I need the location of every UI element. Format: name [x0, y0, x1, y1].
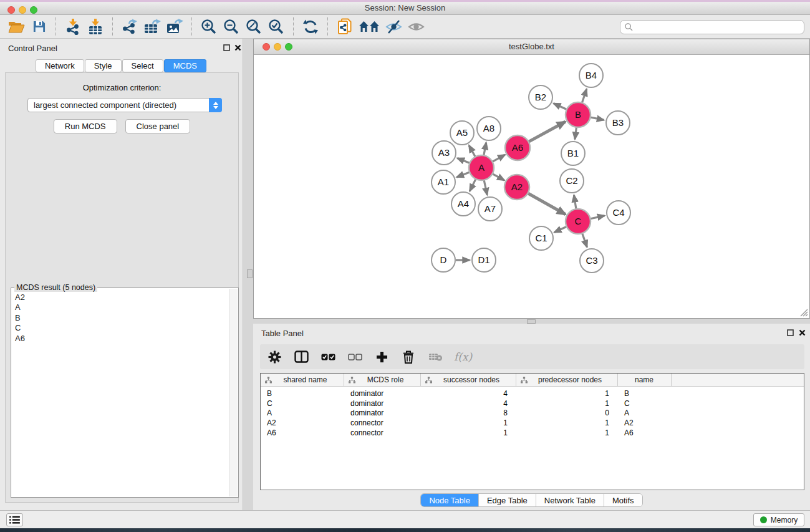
network-zoom-button[interactable] [285, 43, 292, 51]
zoom-out-button[interactable] [220, 17, 243, 37]
mcds-result-item[interactable]: A [15, 302, 228, 312]
mcds-result-item[interactable]: C [15, 323, 228, 333]
graph-edge[interactable] [484, 143, 486, 156]
zoom-selected-button[interactable] [265, 17, 287, 37]
zoom-fit-button[interactable] [243, 17, 265, 37]
table-cell: 1 [421, 428, 516, 437]
graph-edge[interactable] [457, 158, 470, 163]
delete-column-button[interactable] [400, 348, 417, 365]
graph-edge[interactable] [582, 89, 586, 103]
table-header: shared name MCDS role successor nodes pr… [261, 374, 804, 387]
graph-edge[interactable] [554, 104, 567, 110]
mcds-result-list[interactable]: A2 A B C A6 [12, 290, 228, 496]
export-network-icon [122, 19, 138, 35]
graph-edge[interactable] [529, 122, 566, 142]
close-panel-icon[interactable] [799, 329, 806, 336]
close-window-button[interactable] [7, 6, 15, 14]
graph-edge[interactable] [591, 117, 604, 120]
float-panel-icon[interactable] [223, 44, 230, 51]
tab-motifs[interactable]: Motifs [604, 494, 642, 506]
show-task-history-button[interactable] [6, 513, 23, 526]
network-graph[interactable]: AA1A2A3A4A5A6A7A8BB1B2B3B4CC1C2C3C4DD1 [254, 55, 809, 318]
column-header-successor-nodes[interactable]: successor nodes [421, 374, 516, 386]
graph-edge[interactable] [493, 155, 505, 162]
column-header-predecessor-nodes[interactable]: predecessor nodes [516, 374, 618, 386]
gear-icon [268, 351, 281, 364]
column-header-name[interactable]: name [618, 374, 672, 386]
duplicate-network-button[interactable] [334, 17, 356, 37]
hide-selected-button[interactable] [382, 17, 405, 37]
mcds-result-item[interactable]: A2 [15, 293, 228, 302]
graph-edge[interactable] [528, 193, 566, 215]
graph-edge[interactable] [591, 216, 605, 219]
function-builder-button[interactable]: f(x) [454, 351, 472, 363]
table-settings-button[interactable] [266, 348, 282, 365]
mcds-result-item[interactable]: A6 [15, 334, 228, 344]
graph-node-label: A8 [483, 123, 494, 133]
tab-network[interactable]: Network [36, 59, 84, 72]
zoom-in-button[interactable] [198, 17, 220, 37]
graph-edge[interactable] [457, 172, 470, 177]
refresh-button[interactable] [299, 17, 322, 37]
table-row[interactable]: Adominator80A [261, 408, 804, 418]
mcds-result-item[interactable]: B [15, 313, 228, 323]
criterion-dropdown[interactable]: largest connected component (directed) [27, 98, 222, 112]
tab-style[interactable]: Style [85, 59, 122, 72]
import-table-button[interactable] [84, 17, 107, 37]
graph-edge[interactable] [582, 233, 587, 247]
open-session-button[interactable] [5, 17, 27, 37]
graph-node-label: A4 [458, 198, 469, 209]
export-table-button[interactable] [141, 17, 163, 37]
search-field[interactable] [620, 20, 804, 34]
tab-edge-table[interactable]: Edge Table [479, 494, 536, 506]
table-row[interactable]: A2connector11A2 [261, 418, 804, 428]
import-network-button[interactable] [62, 17, 84, 37]
resize-grip-icon[interactable] [798, 308, 808, 317]
tab-mcds[interactable]: MCDS [164, 59, 206, 72]
run-mcds-button[interactable]: Run MCDS [54, 119, 117, 133]
tab-network-table[interactable]: Network Table [536, 494, 604, 506]
network-minimize-button[interactable] [274, 43, 281, 51]
minimize-window-button[interactable] [19, 6, 26, 14]
graph-edge[interactable] [554, 226, 567, 232]
split-divider-handle[interactable] [247, 269, 253, 278]
network-overview-button[interactable] [356, 17, 382, 37]
graph-edge[interactable] [469, 145, 475, 157]
split-divider-handle[interactable] [527, 319, 536, 324]
table-row[interactable]: Bdominator41B [261, 389, 804, 399]
table-row[interactable]: A6connector11A6 [261, 428, 804, 438]
graph-edge[interactable] [574, 195, 576, 210]
toggle-column-view-button[interactable] [293, 348, 309, 365]
show-hidden-button[interactable] [405, 17, 427, 37]
graph-node-label: A2 [511, 181, 523, 192]
export-network-button[interactable] [118, 17, 141, 37]
deselect-all-button[interactable] [347, 348, 363, 365]
table-panel: Table Panel [253, 324, 810, 510]
graph-edge[interactable] [493, 174, 504, 180]
graph-edge[interactable] [575, 127, 576, 139]
close-panel-button[interactable]: Close panel [125, 119, 191, 133]
delete-table-button[interactable] [427, 348, 443, 365]
zoom-out-icon [223, 19, 239, 35]
tab-node-table[interactable]: Node Table [421, 494, 479, 506]
create-column-button[interactable] [374, 348, 390, 365]
graph-edge[interactable] [470, 179, 476, 191]
save-session-button[interactable] [27, 17, 50, 37]
float-panel-icon[interactable] [787, 329, 794, 336]
network-close-button[interactable] [263, 43, 270, 51]
table-cell: A [261, 409, 344, 417]
export-image-button[interactable] [163, 17, 186, 37]
select-all-button[interactable] [320, 348, 336, 365]
zoom-window-button[interactable] [30, 6, 37, 14]
table-row[interactable]: Cdominator41C [261, 399, 804, 409]
close-panel-icon[interactable] [234, 44, 241, 51]
memory-button[interactable]: Memory [753, 513, 804, 526]
column-header-shared-name[interactable]: shared name [261, 374, 344, 386]
column-header-mcds-role[interactable]: MCDS role [344, 374, 421, 386]
result-scrollbar[interactable] [229, 289, 238, 496]
search-input[interactable] [633, 21, 804, 33]
tab-select[interactable]: Select [122, 59, 163, 72]
network-window-titlebar[interactable]: testGlobe.txt [254, 39, 809, 55]
graph-node-label: A5 [456, 127, 468, 138]
graph-edge[interactable] [484, 180, 487, 195]
